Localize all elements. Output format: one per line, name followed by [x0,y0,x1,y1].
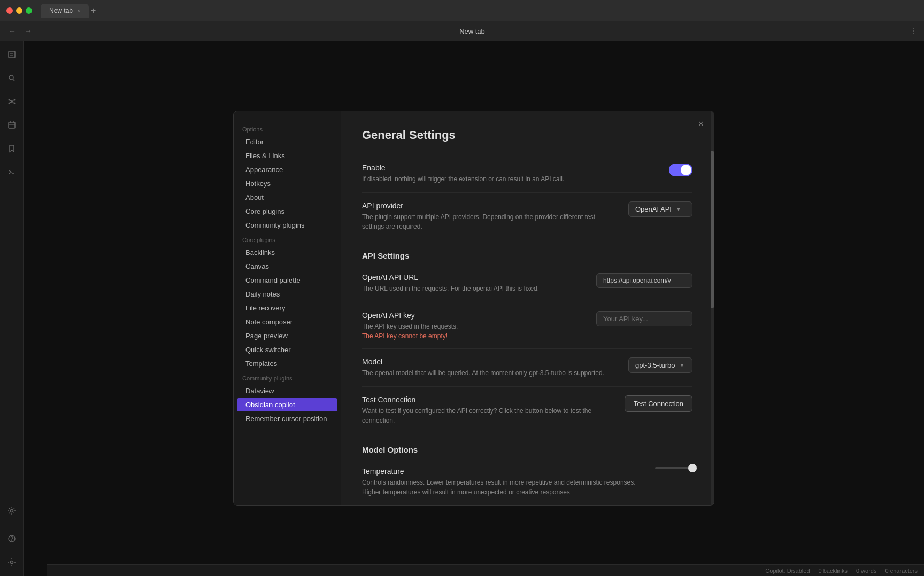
nav-item-hotkeys[interactable]: Hotkeys [237,177,337,190]
sidebar-graph-icon[interactable] [4,94,19,109]
settings-modal: × Options Editor Files & Links Appearanc… [233,111,714,506]
address-bar[interactable]: New tab [38,27,906,35]
close-traffic-light[interactable] [6,7,13,14]
model-dropdown[interactable]: gpt-3.5-turbo ▼ [628,357,692,373]
modal-close-button[interactable]: × [695,118,707,130]
model-desc: The openai model that will be queried. A… [362,368,615,378]
model-value: gpt-3.5-turbo [635,361,675,369]
nav-item-about[interactable]: About [237,191,337,204]
api-settings-header: API Settings [362,240,692,264]
character-count: 0 characters [885,567,918,574]
model-label: Model [362,357,615,366]
api-provider-setting: API provider The plugin support multiple… [362,193,692,240]
nav-item-files-links[interactable]: Files & Links [237,149,337,162]
temperature-desc: Controls randomness. Lower temperatures … [362,478,642,497]
sidebar-help-icon[interactable]: ? [4,531,19,546]
browser-chrome: New tab × + [0,0,924,21]
nav-item-backlinks[interactable]: Backlinks [237,246,337,259]
svg-text:?: ? [10,536,13,542]
traffic-lights [6,7,32,14]
nav-item-page-preview[interactable]: Page preview [237,329,337,343]
minimize-traffic-light[interactable] [16,7,22,14]
openai-url-setting: OpenAI API URL The URL used in the reque… [362,264,692,302]
settings-title: General Settings [362,128,692,142]
left-sidebar: ? [0,41,24,576]
nav-item-quick-switcher[interactable]: Quick switcher [237,343,337,356]
nav-item-community-plugins[interactable]: Community plugins [237,219,337,232]
scroll-thumb[interactable] [711,151,714,308]
nav-item-daily-notes[interactable]: Daily notes [237,287,337,301]
api-provider-dropdown[interactable]: OpenAI API ▼ [628,201,692,217]
svg-point-19 [10,510,13,512]
openai-key-error: The API key cannot be empty! [362,332,583,340]
nav-item-canvas[interactable]: Canvas [237,260,337,273]
copilot-status: Copilot: Disabled [765,567,810,574]
main-area: × Options Editor Files & Links Appearanc… [24,41,924,576]
svg-point-22 [10,561,13,564]
sidebar-search-icon[interactable] [4,71,19,85]
scrollbar[interactable] [711,111,714,505]
test-connection-button[interactable]: Test Connection [625,395,692,412]
browser-tab[interactable]: New tab × [41,4,89,18]
enable-setting: Enable If disabled, nothing will trigger… [362,155,692,193]
nav-item-remember-cursor[interactable]: Remember cursor position [237,412,337,425]
nav-item-obsidian-copilot[interactable]: Obsidian copilot [237,398,337,411]
tab-close-icon[interactable]: × [77,8,80,14]
test-connection-label: Test Connection [362,395,612,404]
nav-item-templates[interactable]: Templates [237,357,337,370]
nav-item-command-palette[interactable]: Command palette [237,274,337,287]
model-dropdown-arrow-icon: ▼ [679,362,684,368]
openai-url-desc: The URL used in the requests. For the op… [362,284,583,293]
openai-url-input[interactable]: https://api.openai.com/v [596,273,692,288]
temperature-label: Temperature [362,467,642,476]
new-tab-button[interactable]: + [91,6,96,15]
backlinks-count: 0 backlinks [819,567,848,574]
test-connection-setting: Test Connection Want to test if you conf… [362,387,692,434]
openai-key-input[interactable] [596,311,692,326]
openai-key-label: OpenAI API key [362,311,583,320]
settings-content: General Settings Enable If disabled, not… [341,111,714,505]
sidebar-terminal-icon[interactable] [4,165,19,180]
enable-toggle[interactable] [669,164,692,176]
nav-item-note-composer[interactable]: Note composer [237,315,337,329]
sidebar-bookmark-icon[interactable] [4,141,19,156]
model-options-header: Model Options [362,434,692,458]
enable-toggle-thumb [681,165,691,175]
sidebar-gear-icon[interactable] [4,555,19,570]
nav-item-editor[interactable]: Editor [237,135,337,149]
openai-url-label: OpenAI API URL [362,273,583,282]
nav-item-appearance[interactable]: Appearance [237,163,337,176]
model-setting: Model The openai model that will be quer… [362,349,692,387]
dropdown-arrow-icon: ▼ [676,206,681,212]
nav-item-core-plugins[interactable]: Core plugins [237,205,337,218]
openai-key-setting: OpenAI API key The API key used in the r… [362,302,692,349]
svg-rect-0 [9,51,15,58]
browser-toolbar: ← → New tab ⋮ [0,21,924,41]
nav-item-file-recovery[interactable]: File recovery [237,301,337,315]
core-plugins-section-label: Core plugins [234,232,341,245]
sidebar-settings-icon[interactable] [4,503,19,518]
status-bar: Copilot: Disabled 0 backlinks 0 words 0 … [47,564,924,576]
sidebar-calendar-icon[interactable] [4,118,19,133]
tab-title: New tab [49,7,73,14]
settings-sidebar: Options Editor Files & Links Appearance … [234,111,341,505]
api-provider-value: OpenAI API [635,205,672,213]
forward-button[interactable]: → [22,25,34,37]
temperature-setting: Temperature Controls randomness. Lower t… [362,458,692,505]
api-provider-desc: The plugin support multiple API provider… [362,212,615,231]
api-provider-label: API provider [362,201,615,210]
app-container: ? × Options Editor Files & Links Appeara [0,41,924,576]
temperature-slider-track [655,467,692,469]
community-plugins-section-label: Community plugins [234,371,341,384]
options-section-label: Options [234,122,341,135]
maximize-traffic-light[interactable] [26,7,32,14]
modal-overlay: × Options Editor Files & Links Appearanc… [24,41,924,576]
enable-label: Enable [362,164,656,172]
svg-point-3 [9,75,13,80]
nav-item-dataview[interactable]: Dataview [237,384,337,398]
more-options-icon[interactable]: ⋮ [910,27,918,35]
back-button[interactable]: ← [6,25,18,37]
temperature-slider-thumb[interactable] [688,464,697,472]
sidebar-files-icon[interactable] [4,47,19,62]
temperature-slider-container [655,467,692,469]
